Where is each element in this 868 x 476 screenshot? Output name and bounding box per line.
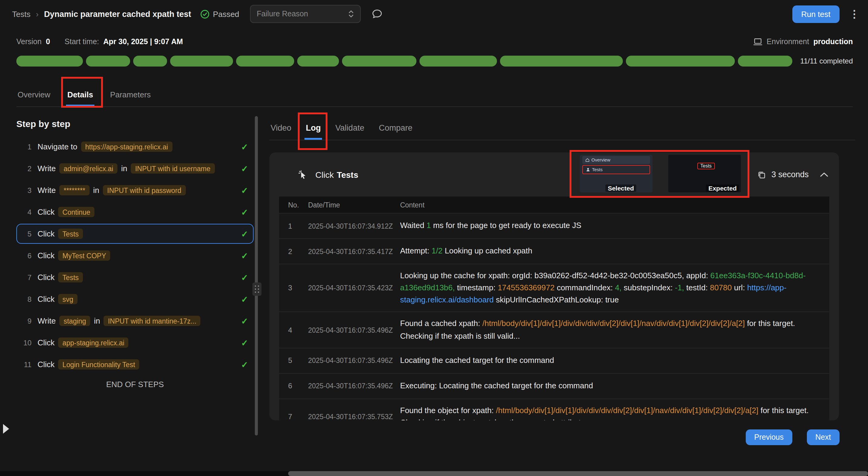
sidebar-expand-arrow[interactable] (0, 420, 13, 438)
previous-button[interactable]: Previous (746, 430, 792, 445)
horizontal-scrollbar-thumb[interactable] (288, 471, 868, 476)
command-action: Click (315, 170, 334, 179)
duration-group: 3 seconds (757, 170, 828, 179)
breadcrumb-separator-icon: › (36, 9, 39, 19)
log-row-timestamp: 2025-04-30T16:07:35.753Z (308, 413, 400, 420)
tab-compare[interactable]: Compare (378, 117, 414, 140)
step-target-chip: Login Functionality Test (58, 359, 139, 370)
step-action-text: Click (37, 273, 55, 282)
step-row[interactable]: 8Clicksvg✓ (17, 289, 254, 309)
step-number: 9 (17, 317, 31, 325)
steps-panel: Step by step 1Navigate tohttps://app-sta… (17, 118, 254, 389)
step-row[interactable]: 1Navigate tohttps://app-staging.relicx.a… (17, 137, 254, 157)
step-row[interactable]: 2Writeadmin@relicx.aiinINPUT with id use… (17, 159, 254, 178)
steps-scrollbar[interactable] (255, 116, 258, 436)
step-row[interactable]: 4ClickContinue✓ (17, 202, 254, 222)
progress-segment (626, 56, 735, 67)
step-target-chip: Tests (58, 229, 83, 239)
step-row[interactable]: 3Write********inINPUT with id password✓ (17, 180, 254, 200)
progress-segment (86, 56, 130, 67)
log-row-content: Executing: Locating the cached target fo… (400, 380, 829, 392)
selected-thumbnail[interactable]: Overview Tests Selected (580, 155, 652, 192)
step-success-check-icon: ✓ (241, 164, 248, 173)
log-content-part: 1 (427, 221, 431, 230)
log-row-content: Waited 1 ms for the page to get ready to… (400, 220, 829, 232)
step-success-check-icon: ✓ (241, 272, 248, 282)
log-content-part: Found the object for xpath: (400, 406, 494, 415)
log-row: 42025-04-30T16:07:35.496ZFound a cached … (279, 312, 829, 348)
log-row-number: 1 (279, 222, 308, 230)
step-row[interactable]: 6ClickMyTest COPY✓ (17, 245, 254, 266)
log-row-content: Locating the cached target for the comma… (400, 354, 829, 367)
step-description: ClickContinue (37, 207, 236, 217)
log-row: 32025-04-30T16:07:35.423ZLooking up the … (279, 264, 829, 312)
step-number: 4 (17, 208, 31, 216)
expected-thumbnail-label: Expected (706, 184, 739, 192)
thumb-overview-label: Overview (591, 157, 611, 163)
log-table-body: 12025-04-30T16:07:34.912ZWaited 1 ms for… (279, 213, 829, 420)
main-tabs: Overview Details Parameters (17, 85, 853, 107)
step-number: 7 (17, 273, 31, 281)
select-chevrons-icon (348, 9, 354, 19)
step-number: 10 (17, 338, 31, 347)
environment-device-icon (753, 37, 763, 46)
step-number: 2 (17, 164, 31, 173)
log-row-timestamp: 2025-04-30T16:07:35.496Z (308, 382, 400, 389)
panel-resize-handle[interactable] (252, 282, 261, 296)
run-test-button[interactable]: Run test (792, 5, 840, 23)
start-time-value: Apr 30, 2025 | 9:07 AM (103, 37, 183, 46)
tab-parameters[interactable]: Parameters (109, 85, 152, 106)
duration-label: 3 seconds (771, 170, 809, 179)
step-action-text: in (93, 186, 99, 195)
log-row: 12025-04-30T16:07:34.912ZWaited 1 ms for… (279, 213, 829, 238)
step-target-chip: INPUT with id password (103, 185, 186, 195)
step-success-check-icon: ✓ (241, 316, 248, 326)
step-row[interactable]: 11ClickLogin Functionality Test✓ (17, 354, 254, 374)
log-row-content: Found a cached xpath: /html/body/div[1]/… (400, 318, 829, 342)
failure-reason-select[interactable]: Failure Reason (250, 5, 361, 23)
expected-thumbnail[interactable]: Tests Expected (668, 155, 741, 192)
tab-validate[interactable]: Validate (334, 117, 366, 140)
selected-thumbnail-label: Selected (605, 184, 636, 192)
environment-label: Environment (767, 37, 809, 46)
header-content: Content (400, 201, 829, 208)
step-number: 5 (17, 230, 31, 238)
log-content-part: /html/body/div[1]/div[1]/div/div/div/div… (483, 319, 745, 328)
step-row[interactable]: 10Clickapp-staging.relicx.ai✓ (17, 333, 254, 352)
log-content-part: Looking up the cache for xpath: orgId: b… (400, 271, 708, 280)
step-success-check-icon: ✓ (241, 294, 248, 304)
step-row[interactable]: 5ClickTests✓ (17, 224, 254, 244)
step-action-text: in (121, 164, 127, 173)
kebab-menu-icon[interactable]: ⋮ (849, 9, 860, 19)
step-action-text: Click (37, 229, 55, 238)
next-button[interactable]: Next (807, 430, 839, 445)
annotation-box-thumbnails: Overview Tests Selected Tests Expected (569, 150, 749, 198)
step-success-check-icon: ✓ (241, 207, 248, 217)
tab-video[interactable]: Video (269, 117, 293, 140)
progress-bar: 11/11 completed (17, 56, 853, 67)
log-content-part: commandIndex: (557, 283, 613, 292)
step-row[interactable]: 9WritestaginginINPUT with id mantine-17z… (17, 311, 254, 331)
speech-bubble-icon (372, 8, 382, 19)
log-content-part: testId: (686, 283, 708, 292)
log-row: 22025-04-30T16:07:35.417ZAttempt: 1/2 Lo… (279, 238, 829, 264)
expected-tests-label: Tests (697, 163, 715, 169)
step-action-text: in (94, 316, 100, 326)
collapse-chevron-up-icon[interactable] (820, 172, 828, 177)
tab-log[interactable]: Log (305, 117, 322, 140)
progress-segment (297, 56, 339, 67)
log-content-part: 1/2 (432, 246, 442, 256)
progress-completed-label: 11/11 completed (800, 57, 853, 65)
progress-segment (342, 56, 416, 67)
breadcrumb-tests[interactable]: Tests (12, 9, 31, 19)
copy-icon[interactable] (757, 170, 766, 179)
step-row[interactable]: 7ClickTests✓ (17, 267, 254, 287)
detail-tabs: Video Log Validate Compare (269, 117, 855, 140)
log-row: 52025-04-30T16:07:35.496ZLocating the ca… (279, 347, 829, 373)
tab-overview[interactable]: Overview (17, 85, 52, 106)
comment-icon[interactable] (372, 8, 382, 19)
step-number: 1 (17, 142, 31, 151)
meta-row: Version 0 Start time: Apr 30, 2025 | 9:0… (17, 37, 853, 46)
step-number: 6 (17, 251, 31, 260)
tab-details[interactable]: Details (66, 85, 94, 106)
